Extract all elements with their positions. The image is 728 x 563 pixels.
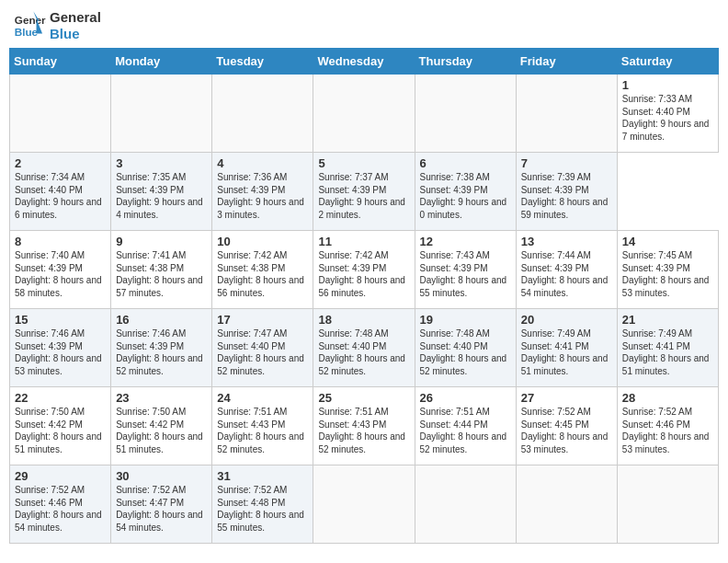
day-number: 22: [15, 391, 106, 405]
calendar-cell: [313, 465, 415, 544]
day-info: Sunrise: 7:49 AMSunset: 4:41 PMDaylight:…: [521, 328, 609, 376]
day-number: 5: [318, 156, 409, 170]
day-number: 11: [318, 235, 409, 248]
day-info: Sunrise: 7:51 AMSunset: 4:43 PMDaylight:…: [217, 407, 304, 454]
day-number: 19: [420, 313, 511, 327]
logo-blue: Blue: [50, 26, 101, 42]
day-info: Sunrise: 7:37 AMSunset: 4:39 PMDaylight:…: [318, 172, 405, 220]
calendar-cell: [111, 75, 212, 153]
svg-text:General: General: [15, 14, 46, 26]
calendar-cell: 22 Sunrise: 7:50 AMSunset: 4:42 PMDaylig…: [10, 387, 111, 465]
day-number: 30: [116, 469, 207, 483]
calendar-cell: 24 Sunrise: 7:51 AMSunset: 4:43 PMDaylig…: [212, 387, 313, 465]
calendar-week-1: 1 Sunrise: 7:33 AMSunset: 4:40 PMDayligh…: [10, 75, 719, 153]
day-number: 12: [420, 235, 511, 248]
day-number: 15: [15, 313, 106, 327]
day-info: Sunrise: 7:51 AMSunset: 4:43 PMDaylight:…: [318, 407, 405, 454]
calendar-cell: [415, 75, 516, 153]
day-number: 16: [116, 313, 207, 327]
day-info: Sunrise: 7:36 AMSunset: 4:39 PMDaylight:…: [217, 172, 304, 220]
day-info: Sunrise: 7:46 AMSunset: 4:39 PMDaylight:…: [15, 328, 102, 376]
calendar-week-5: 22 Sunrise: 7:50 AMSunset: 4:42 PMDaylig…: [10, 387, 719, 465]
day-info: Sunrise: 7:50 AMSunset: 4:42 PMDaylight:…: [116, 407, 203, 454]
day-number: 7: [521, 156, 612, 170]
calendar-cell: 23 Sunrise: 7:50 AMSunset: 4:42 PMDaylig…: [111, 387, 212, 465]
calendar-cell: 16 Sunrise: 7:46 AMSunset: 4:39 PMDaylig…: [111, 309, 212, 387]
calendar-cell: 19 Sunrise: 7:48 AMSunset: 4:40 PMDaylig…: [415, 309, 516, 387]
calendar-cell: 28 Sunrise: 7:52 AMSunset: 4:46 PMDaylig…: [617, 387, 718, 465]
day-info: Sunrise: 7:47 AMSunset: 4:40 PMDaylight:…: [217, 328, 304, 376]
day-number: 29: [15, 469, 106, 483]
day-info: Sunrise: 7:52 AMSunset: 4:48 PMDaylight:…: [217, 485, 304, 533]
day-number: 27: [521, 391, 612, 405]
calendar-cell: 29 Sunrise: 7:52 AMSunset: 4:46 PMDaylig…: [10, 465, 111, 544]
logo: General Blue General Blue: [13, 9, 101, 42]
day-info: Sunrise: 7:51 AMSunset: 4:44 PMDaylight:…: [420, 407, 507, 454]
calendar-table: SundayMondayTuesdayWednesdayThursdayFrid…: [9, 48, 719, 544]
calendar-cell: 21 Sunrise: 7:49 AMSunset: 4:41 PMDaylig…: [617, 309, 718, 387]
day-info: Sunrise: 7:45 AMSunset: 4:39 PMDaylight:…: [622, 250, 710, 298]
calendar-cell: 9 Sunrise: 7:41 AMSunset: 4:38 PMDayligh…: [111, 231, 212, 309]
calendar-cell: 26 Sunrise: 7:51 AMSunset: 4:44 PMDaylig…: [415, 387, 516, 465]
day-info: Sunrise: 7:41 AMSunset: 4:38 PMDaylight:…: [116, 250, 203, 298]
calendar-cell: 30 Sunrise: 7:52 AMSunset: 4:47 PMDaylig…: [111, 465, 212, 544]
calendar-cell: 27 Sunrise: 7:52 AMSunset: 4:45 PMDaylig…: [516, 387, 617, 465]
day-number: 1: [622, 78, 713, 92]
day-info: Sunrise: 7:50 AMSunset: 4:42 PMDaylight:…: [15, 407, 102, 454]
day-header-saturday: Saturday: [617, 49, 718, 75]
calendar-cell: 6 Sunrise: 7:38 AMSunset: 4:39 PMDayligh…: [415, 153, 516, 231]
calendar-cell: [212, 75, 313, 153]
day-number: 6: [420, 156, 511, 170]
calendar-cell: 5 Sunrise: 7:37 AMSunset: 4:39 PMDayligh…: [313, 153, 415, 231]
day-header-wednesday: Wednesday: [313, 49, 415, 75]
calendar-body: 1 Sunrise: 7:33 AMSunset: 4:40 PMDayligh…: [10, 75, 719, 544]
calendar-cell: 15 Sunrise: 7:46 AMSunset: 4:39 PMDaylig…: [10, 309, 111, 387]
day-number: 9: [116, 235, 207, 248]
day-header-sunday: Sunday: [10, 49, 111, 75]
calendar-cell: 17 Sunrise: 7:47 AMSunset: 4:40 PMDaylig…: [212, 309, 313, 387]
calendar-cell: 12 Sunrise: 7:43 AMSunset: 4:39 PMDaylig…: [415, 231, 516, 309]
calendar-cell: 18 Sunrise: 7:48 AMSunset: 4:40 PMDaylig…: [313, 309, 415, 387]
day-info: Sunrise: 7:52 AMSunset: 4:46 PMDaylight:…: [15, 485, 102, 533]
calendar-cell: 8 Sunrise: 7:40 AMSunset: 4:39 PMDayligh…: [10, 231, 111, 309]
calendar-cell: [617, 465, 718, 544]
calendar-cell: 3 Sunrise: 7:35 AMSunset: 4:39 PMDayligh…: [111, 153, 212, 231]
calendar-cell: 14 Sunrise: 7:45 AMSunset: 4:39 PMDaylig…: [617, 231, 718, 309]
calendar-cell: 2 Sunrise: 7:34 AMSunset: 4:40 PMDayligh…: [10, 153, 111, 231]
calendar-week-6: 29 Sunrise: 7:52 AMSunset: 4:46 PMDaylig…: [10, 465, 719, 544]
day-info: Sunrise: 7:39 AMSunset: 4:39 PMDaylight:…: [521, 172, 609, 220]
day-info: Sunrise: 7:33 AMSunset: 4:40 PMDaylight:…: [622, 94, 710, 142]
calendar-cell: 11 Sunrise: 7:42 AMSunset: 4:39 PMDaylig…: [313, 231, 415, 309]
day-info: Sunrise: 7:38 AMSunset: 4:39 PMDaylight:…: [420, 172, 507, 220]
calendar-cell: [10, 75, 111, 153]
day-number: 21: [622, 313, 713, 327]
calendar-cell: 10 Sunrise: 7:42 AMSunset: 4:38 PMDaylig…: [212, 231, 313, 309]
day-info: Sunrise: 7:40 AMSunset: 4:39 PMDaylight:…: [15, 250, 102, 298]
day-header-tuesday: Tuesday: [212, 49, 313, 75]
day-header-friday: Friday: [516, 49, 617, 75]
day-number: 17: [217, 313, 308, 327]
day-number: 26: [420, 391, 511, 405]
day-number: 3: [116, 156, 207, 170]
day-info: Sunrise: 7:49 AMSunset: 4:41 PMDaylight:…: [622, 328, 710, 376]
calendar-header-row: SundayMondayTuesdayWednesdayThursdayFrid…: [10, 49, 719, 75]
day-info: Sunrise: 7:44 AMSunset: 4:39 PMDaylight:…: [521, 250, 609, 298]
calendar-cell: [313, 75, 415, 153]
day-number: 25: [318, 391, 409, 405]
day-number: 13: [521, 235, 612, 248]
page-header: General Blue General Blue: [9, 9, 719, 42]
calendar-cell: 20 Sunrise: 7:49 AMSunset: 4:41 PMDaylig…: [516, 309, 617, 387]
day-info: Sunrise: 7:52 AMSunset: 4:45 PMDaylight:…: [521, 407, 609, 454]
day-number: 2: [15, 156, 106, 170]
day-info: Sunrise: 7:34 AMSunset: 4:40 PMDaylight:…: [15, 172, 102, 220]
day-info: Sunrise: 7:52 AMSunset: 4:46 PMDaylight:…: [622, 407, 710, 454]
calendar-cell: 25 Sunrise: 7:51 AMSunset: 4:43 PMDaylig…: [313, 387, 415, 465]
day-number: 18: [318, 313, 409, 327]
calendar-week-2: 2 Sunrise: 7:34 AMSunset: 4:40 PMDayligh…: [10, 153, 719, 231]
day-info: Sunrise: 7:35 AMSunset: 4:39 PMDaylight:…: [116, 172, 203, 220]
day-header-monday: Monday: [111, 49, 212, 75]
day-number: 10: [217, 235, 308, 248]
day-number: 20: [521, 313, 612, 327]
day-info: Sunrise: 7:48 AMSunset: 4:40 PMDaylight:…: [318, 328, 405, 376]
day-number: 28: [622, 391, 713, 405]
